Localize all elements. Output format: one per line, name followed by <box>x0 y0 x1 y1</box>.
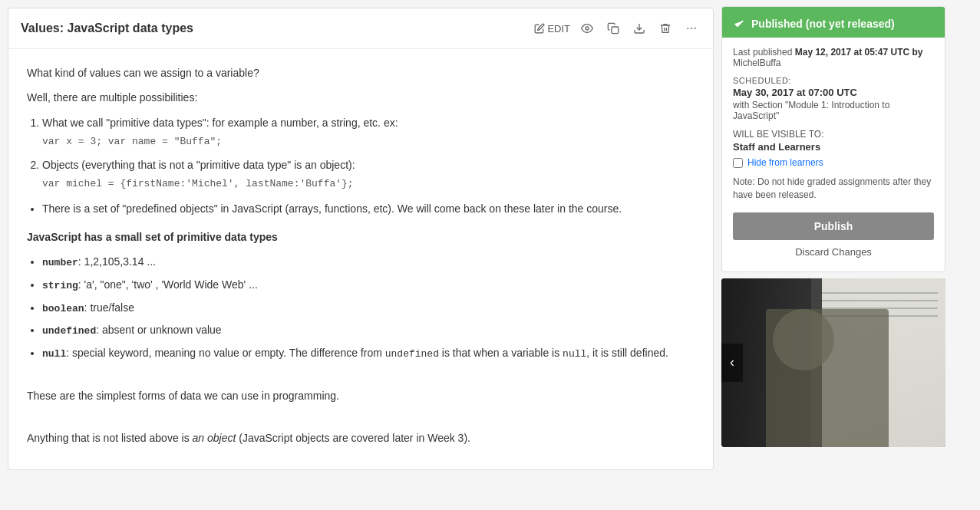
boolean-keyword: boolean <box>42 303 84 314</box>
primitive-boolean: boolean: true/false <box>42 299 695 318</box>
visible-to-label: WILL BE VISIBLE TO: <box>733 129 934 140</box>
note-text: Note: Do not hide graded assignments aft… <box>733 176 934 202</box>
intro-paragraph: Well, there are multiple possibilities: <box>27 89 695 106</box>
null-desc3: , it is still defined. <box>586 347 668 359</box>
scheduled-section: SCHEDULED: May 30, 2017 at 07:00 UTC wit… <box>733 76 934 121</box>
eye-icon <box>581 22 593 35</box>
publish-panel-header: Published (not yet released) <box>722 10 945 38</box>
duplicate-button[interactable] <box>604 19 622 38</box>
list-item-2: Objects (everything that is not a "primi… <box>42 156 695 192</box>
list-item-1-text: What we call "primitive data types": for… <box>42 117 398 129</box>
null-ref: null <box>563 348 586 360</box>
publish-panel: Published (not yet released) Last publis… <box>721 6 945 272</box>
content-header: Values: JavaScript data types EDIT <box>8 8 713 49</box>
download-button[interactable] <box>630 19 648 38</box>
primitive-null: null: special keyword, meaning no value … <box>42 344 695 363</box>
section-heading: JavaScript has a small set of primitive … <box>27 229 695 245</box>
last-published-author: MichelBuffa <box>733 58 780 68</box>
primitives-list: number: 1,2,105,3.14 ... string: 'a', "o… <box>42 253 695 363</box>
svg-rect-1 <box>612 27 619 34</box>
video-area[interactable]: ‹ <box>721 278 945 447</box>
null-desc2: is that when a variable is <box>439 347 563 359</box>
code-block-1: var x = 3; var name = "Buffa"; <box>42 134 695 150</box>
primitive-undefined: undefined: absent or unknown value <box>42 321 695 340</box>
publish-panel-body: Last published May 12, 2017 at 05:47 UTC… <box>722 38 945 271</box>
undefined-desc: : absent or unknown value <box>96 324 221 336</box>
primitive-number: number: 1,2,105,3.14 ... <box>42 253 695 271</box>
conclusion-2-em: an object <box>193 432 236 444</box>
scheduled-section-note: with Section "Module 1: Introduction to … <box>733 100 934 121</box>
video-prev-button[interactable]: ‹ <box>721 344 743 382</box>
header-actions: EDIT <box>534 19 701 38</box>
list-item-2-text: Objects (everything that is not a "primi… <box>42 159 355 171</box>
hide-from-learners-checkbox[interactable] <box>733 158 743 168</box>
hide-from-learners-row: Hide from learners <box>733 157 934 168</box>
last-published-section: Last published May 12, 2017 at 05:47 UTC… <box>733 47 934 68</box>
primitive-string: string: 'a', "one", 'two' , 'World Wide … <box>42 276 695 294</box>
video-placeholder <box>721 278 945 447</box>
list-item-1: What we call "primitive data types": for… <box>42 114 695 150</box>
publish-button[interactable]: Publish <box>733 212 934 240</box>
conclusion-2-rest: (JavaScript objects are covered later in… <box>236 432 470 444</box>
null-desc: : special keyword, meaning no value or e… <box>66 347 385 359</box>
scheduled-date: May 30, 2017 at 07:00 UTC <box>733 87 934 98</box>
conclusion-1: These are the simplest forms of data we … <box>27 387 695 404</box>
content-title: Values: JavaScript data types <box>21 21 193 35</box>
published-check-icon <box>733 18 745 30</box>
code-block-2: var michel = {firstName:'Michel', lastNa… <box>42 176 695 192</box>
discard-changes-link[interactable]: Discard Changes <box>733 246 934 258</box>
wb-line-1 <box>814 292 938 294</box>
wb-line-2 <box>814 300 938 301</box>
svg-point-0 <box>586 27 589 30</box>
content-card: Values: JavaScript data types EDIT <box>8 8 714 470</box>
boolean-desc: : true/false <box>84 301 134 314</box>
svg-point-4 <box>691 28 692 29</box>
scheduled-label: SCHEDULED: <box>733 76 934 85</box>
publish-status-title: Published (not yet released) <box>751 18 895 30</box>
svg-point-3 <box>687 28 688 29</box>
visibility-button[interactable] <box>578 19 596 38</box>
main-list: What we call "primitive data types": for… <box>42 114 695 192</box>
string-keyword: string <box>42 280 78 291</box>
sidebar: Published (not yet released) Last publis… <box>721 0 952 510</box>
more-options-button[interactable] <box>682 19 701 38</box>
hide-from-learners-label[interactable]: Hide from learners <box>747 157 823 168</box>
conclusion-2-prefix: Anything that is not listed above is <box>27 432 193 444</box>
undefined-keyword: undefined <box>42 325 96 337</box>
string-desc: : 'a', "one", 'two' , 'World Wide Web' .… <box>78 278 258 291</box>
download-icon <box>633 22 645 35</box>
last-published-label: Last published <box>733 47 792 58</box>
number-keyword: number <box>42 257 78 268</box>
content-body: What kind of values can we assign to a v… <box>8 49 713 469</box>
copy-icon <box>607 22 619 35</box>
edit-button[interactable]: EDIT <box>534 23 570 35</box>
null-undefined-ref: undefined <box>385 348 439 360</box>
svg-point-5 <box>695 28 696 29</box>
number-desc: : 1,2,105,3.14 ... <box>78 255 156 268</box>
edit-label: EDIT <box>547 23 570 35</box>
conclusion-2: Anything that is not listed above is an … <box>27 429 695 446</box>
edit-icon <box>534 23 545 34</box>
person-head <box>773 309 834 370</box>
bullet-list: There is a set of "predefined objects" i… <box>42 200 695 217</box>
null-keyword: null <box>42 348 66 360</box>
delete-icon <box>659 22 671 35</box>
visible-to-section: WILL BE VISIBLE TO: Staff and Learners H… <box>733 129 934 168</box>
visible-to-value: Staff and Learners <box>733 141 934 153</box>
last-published-date: May 12, 2017 at 05:47 UTC by <box>795 47 923 58</box>
more-icon <box>685 22 698 35</box>
intro-question: What kind of values can we assign to a v… <box>27 64 695 81</box>
delete-button[interactable] <box>656 19 675 38</box>
bullet-item-1: There is a set of "predefined objects" i… <box>42 200 695 217</box>
